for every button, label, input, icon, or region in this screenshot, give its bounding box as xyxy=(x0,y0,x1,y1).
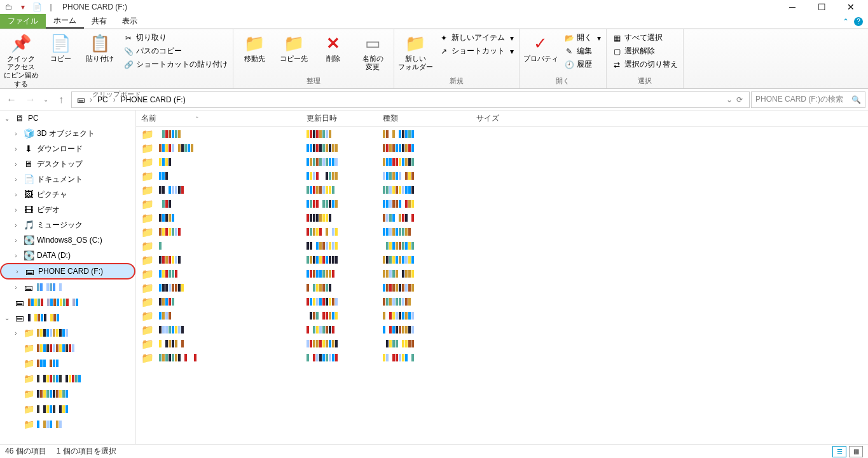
tree-item-videos[interactable]: ›🎞ビデオ xyxy=(0,202,135,217)
table-row[interactable]: 📁 xyxy=(136,239,868,253)
qat-more[interactable]: | xyxy=(45,1,57,13)
table-row[interactable]: 📁 xyxy=(136,295,868,309)
copy-button[interactable]: 📄 コピー xyxy=(42,30,79,63)
tree-item-sub2[interactable]: 📁 xyxy=(0,340,135,356)
ribbon-collapse-icon[interactable]: ⌃ xyxy=(843,17,849,26)
maximize-button[interactable]: ☐ xyxy=(807,0,836,14)
table-row[interactable]: 📁 xyxy=(136,253,868,267)
new-folder-button[interactable]: 📁新しい フォルダー xyxy=(397,30,434,71)
table-row[interactable]: 📁 xyxy=(136,337,868,351)
tree-item-sub7[interactable]: 📁 xyxy=(0,417,135,432)
select-none-button[interactable]: ▢選択解除 xyxy=(609,45,680,57)
tree-item-c[interactable]: ›💽Windows8_OS (C:) xyxy=(0,232,135,248)
table-row[interactable]: 📁 xyxy=(136,197,868,211)
tree-toggle-icon[interactable]: › xyxy=(11,284,20,291)
file-rows[interactable]: 📁📁📁📁📁📁📁📁📁📁📁📁📁📁📁📁📁 xyxy=(136,127,868,444)
rename-button[interactable]: ▭名前の 変更 xyxy=(354,30,391,71)
table-row[interactable]: 📁 xyxy=(136,323,868,337)
copy-path-button[interactable]: 📎パスのコピー xyxy=(121,45,230,57)
table-row[interactable]: 📁 xyxy=(136,141,868,155)
minimize-button[interactable]: ─ xyxy=(778,0,807,14)
tree-item-documents[interactable]: ›📄ドキュメント xyxy=(0,172,135,187)
table-row[interactable]: 📁 xyxy=(136,211,868,225)
breadcrumb-pc[interactable]: PC xyxy=(93,92,112,107)
column-date[interactable]: 更新日時 xyxy=(301,113,378,124)
delete-button[interactable]: ✕削除 xyxy=(315,30,352,63)
tree-item-usb3[interactable]: ⌄🖴 xyxy=(0,310,135,325)
chevron-right-icon[interactable]: › xyxy=(88,95,93,104)
table-row[interactable]: 📁 xyxy=(136,155,868,169)
edit-button[interactable]: ✎編集 xyxy=(561,45,603,57)
table-row[interactable]: 📁 xyxy=(136,351,868,365)
select-all-button[interactable]: ▦すべて選択 xyxy=(609,32,680,44)
forward-button[interactable]: → xyxy=(22,91,39,109)
recent-button[interactable]: ⌄ xyxy=(41,91,51,109)
open-button[interactable]: 📂開く▾ xyxy=(561,32,603,44)
pin-to-quickaccess-button[interactable]: 📌 クイック アクセス にピン留めする xyxy=(3,30,39,88)
up-button[interactable]: ↑ xyxy=(52,91,70,109)
breadcrumb-current[interactable]: PHONE CARD (F:) xyxy=(117,92,189,107)
tree-item-pc[interactable]: ⌄🖥PC xyxy=(0,111,135,126)
paste-button[interactable]: 📋 貼り付け xyxy=(81,30,118,63)
table-row[interactable]: 📁 xyxy=(136,267,868,281)
tab-file[interactable]: ファイル xyxy=(0,14,46,29)
tree-item-pictures[interactable]: ›🖼ピクチャ xyxy=(0,187,135,202)
cut-button[interactable]: ✂切り取り xyxy=(121,32,230,44)
tree-item-3d[interactable]: ›🧊3D オブジェクト xyxy=(0,126,135,141)
properties-button[interactable]: ✓プロパティ xyxy=(522,30,559,63)
table-row[interactable]: 📁 xyxy=(136,225,868,239)
tree-toggle-icon[interactable]: ⌄ xyxy=(3,314,11,321)
table-row[interactable]: 📁 xyxy=(136,169,868,183)
tree-toggle-icon[interactable]: › xyxy=(11,206,20,213)
tree-item-g[interactable]: ›🖴 xyxy=(0,280,135,295)
breadcrumb-root-icon[interactable]: 🖴 xyxy=(73,92,88,107)
chevron-right-icon[interactable]: › xyxy=(112,95,117,104)
paste-shortcut-button[interactable]: 🔗ショートカットの貼り付け xyxy=(121,58,230,71)
breadcrumb[interactable]: 🖴 › PC › PHONE CARD (F:) ⌄ ⟳ xyxy=(71,91,750,108)
new-shortcut-button[interactable]: ↗ショートカット▾ xyxy=(436,45,516,57)
qat-dropdown-2[interactable]: 📄 xyxy=(31,1,43,13)
tree-item-sub4[interactable]: 📁 xyxy=(0,371,135,386)
help-icon[interactable]: ? xyxy=(854,17,863,26)
invert-selection-button[interactable]: ⇄選択の切り替え xyxy=(609,58,680,71)
tree-toggle-icon[interactable]: › xyxy=(11,176,20,183)
tree-item-sub3[interactable]: 📁 xyxy=(0,356,135,371)
tree-item-music[interactable]: ›🎵ミュージック xyxy=(0,217,135,232)
tree-item-usb2[interactable]: 🖴 xyxy=(0,295,135,310)
close-button[interactable]: ✕ xyxy=(836,0,865,14)
tree-item-sub1[interactable]: ›📁 xyxy=(0,325,135,340)
column-size[interactable]: サイズ xyxy=(454,113,505,124)
explorer-icon[interactable]: 🗀 xyxy=(3,1,15,13)
tab-share[interactable]: 共有 xyxy=(84,14,114,29)
tree-toggle-icon[interactable]: › xyxy=(11,252,20,259)
view-icons-button[interactable]: ▦ xyxy=(849,446,863,457)
tree-toggle-icon[interactable]: ⌄ xyxy=(3,115,11,122)
tree-item-sub6[interactable]: 📁 xyxy=(0,401,135,417)
tree-item-f[interactable]: ›🖴PHONE CARD (F:) xyxy=(0,263,135,280)
table-row[interactable]: 📁 xyxy=(136,309,868,323)
tree-toggle-icon[interactable]: › xyxy=(11,237,20,244)
navigation-pane[interactable]: ⌄🖥PC›🧊3D オブジェクト›⬇ダウンロード›🖥デスクトップ›📄ドキュメント›… xyxy=(0,111,136,444)
search-icon[interactable]: 🔍 xyxy=(851,95,861,104)
tree-toggle-icon[interactable]: › xyxy=(13,268,22,275)
column-type[interactable]: 種類 xyxy=(378,113,454,124)
copyto-button[interactable]: 📁コピー先 xyxy=(275,30,312,63)
tree-item-downloads[interactable]: ›⬇ダウンロード xyxy=(0,141,135,156)
view-details-button[interactable]: ☰ xyxy=(832,446,846,457)
dropdown-icon[interactable]: ⌄ xyxy=(726,95,733,104)
back-button[interactable]: ← xyxy=(3,91,20,109)
qat-dropdown[interactable]: ▾ xyxy=(17,1,29,13)
tab-view[interactable]: 表示 xyxy=(114,14,145,29)
table-row[interactable]: 📁 xyxy=(136,183,868,197)
tree-item-sub5[interactable]: 📁 xyxy=(0,386,135,401)
history-button[interactable]: 🕘履歴 xyxy=(561,58,603,71)
tree-toggle-icon[interactable]: › xyxy=(11,145,20,152)
column-name[interactable]: 名前⌃ xyxy=(136,113,301,124)
tree-item-d[interactable]: ›💽DATA (D:) xyxy=(0,248,135,263)
table-row[interactable]: 📁 xyxy=(136,127,868,141)
table-row[interactable]: 📁 xyxy=(136,281,868,295)
tree-toggle-icon[interactable]: › xyxy=(11,161,20,168)
tree-toggle-icon[interactable]: › xyxy=(11,330,20,337)
search-input[interactable]: PHONE CARD (F:)の検索 🔍 xyxy=(751,91,865,108)
tab-home[interactable]: ホーム xyxy=(46,14,84,29)
